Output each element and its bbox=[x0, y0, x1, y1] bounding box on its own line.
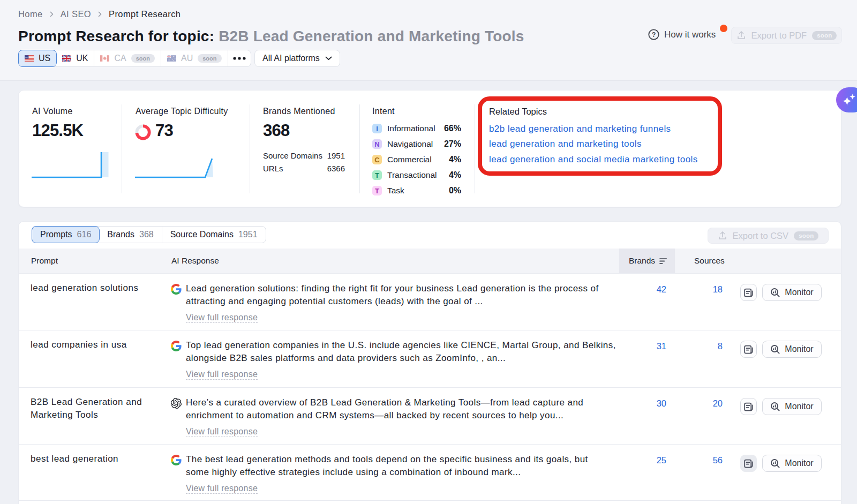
svg-text:?: ? bbox=[652, 31, 656, 39]
